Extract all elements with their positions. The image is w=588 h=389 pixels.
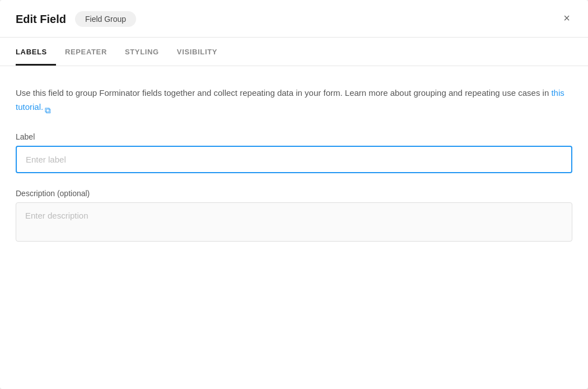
description-field-label: Description (optional) xyxy=(16,189,572,198)
tabs-container: LABELS REPEATER STYLING VISIBILITY xyxy=(0,38,588,66)
tab-repeater[interactable]: REPEATER xyxy=(56,38,116,66)
modal-body: Use this field to group Forminator field… xyxy=(0,66,588,282)
label-input[interactable] xyxy=(16,146,572,173)
modal-title: Edit Field xyxy=(16,13,66,26)
tab-styling[interactable]: STYLING xyxy=(116,38,168,66)
modal-header: Edit Field Field Group × xyxy=(0,0,588,38)
description-text: Use this field to group Forminator field… xyxy=(16,86,572,114)
external-link-icon: ⧉ xyxy=(45,104,53,112)
description-field-group: Description (optional) xyxy=(16,189,572,244)
label-field-group: Label xyxy=(16,132,572,173)
label-field-label: Label xyxy=(16,132,572,141)
description-input[interactable] xyxy=(16,202,572,242)
field-group-badge: Field Group xyxy=(75,11,136,27)
tab-visibility[interactable]: VISIBILITY xyxy=(168,38,226,66)
edit-field-modal: Edit Field Field Group × LABELS REPEATER… xyxy=(0,0,588,389)
close-button[interactable]: × xyxy=(559,10,575,26)
tab-labels[interactable]: LABELS xyxy=(16,38,56,66)
description-part1: Use this field to group Forminator field… xyxy=(16,88,551,98)
